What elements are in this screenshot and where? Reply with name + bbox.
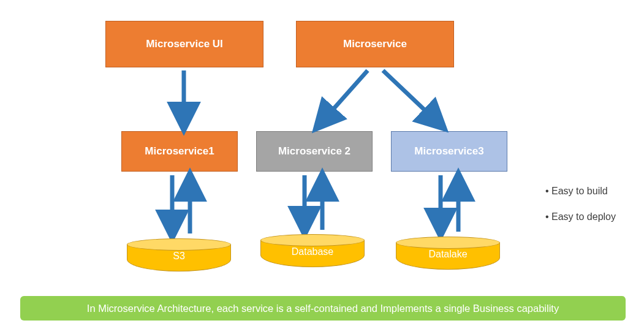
arrow-ms-to-ms3 bbox=[383, 70, 441, 126]
benefits-list: Easy to build Easy to deploy bbox=[545, 186, 616, 237]
bullet-easy-build: Easy to build bbox=[545, 186, 616, 197]
microservice1-box: Microservice1 bbox=[121, 131, 238, 172]
bullet-easy-deploy: Easy to deploy bbox=[545, 211, 616, 222]
microservice3-box: Microservice3 bbox=[391, 131, 507, 172]
summary-banner: In Microservice Architecture, each servi… bbox=[20, 296, 626, 321]
datalake-cylinder: Datalake bbox=[396, 237, 500, 270]
microservice-ui-box: Microservice UI bbox=[105, 21, 263, 67]
database-label: Database bbox=[260, 246, 365, 257]
microservice2-box: Microservice 2 bbox=[256, 131, 373, 172]
database-cylinder: Database bbox=[260, 234, 365, 267]
arrow-ms-to-ms2 bbox=[319, 70, 368, 126]
s3-cylinder: S3 bbox=[127, 238, 231, 271]
microservice-box: Microservice bbox=[296, 21, 454, 67]
datalake-label: Datalake bbox=[396, 249, 500, 260]
s3-label: S3 bbox=[127, 251, 231, 262]
